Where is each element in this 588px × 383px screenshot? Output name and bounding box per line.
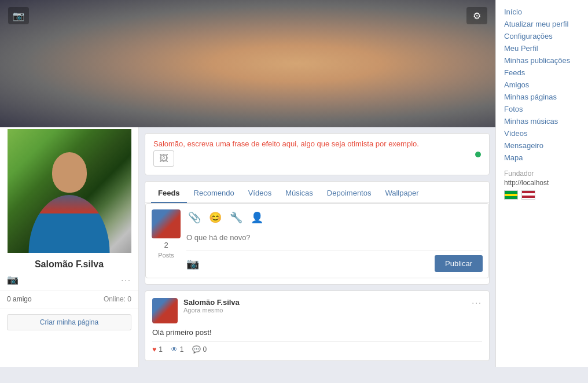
- nav-minhas-publicacoes[interactable]: Minhas publicações: [504, 54, 580, 67]
- heart-count: 1: [159, 345, 163, 353]
- right-sidebar: Início Atualizar meu perfil Configuraçõe…: [495, 0, 588, 367]
- comment-count: 0: [203, 345, 207, 353]
- nav-mapa[interactable]: Mapa: [504, 152, 580, 164]
- cover-photo-image: [0, 0, 495, 127]
- nav-videos[interactable]: Vídeos: [504, 127, 580, 139]
- attachment-icon[interactable]: 📎: [186, 209, 203, 226]
- profile-name: Salomão F.silva: [0, 255, 138, 272]
- post-avatar: [152, 298, 178, 323]
- reaction-heart[interactable]: ♥ 1: [152, 345, 163, 353]
- nav-fotos[interactable]: Fotos: [504, 103, 580, 115]
- nav-inicio[interactable]: Início: [504, 6, 580, 18]
- add-friend-icon[interactable]: 👤: [249, 209, 265, 226]
- cover-gear-button[interactable]: ⚙: [466, 7, 487, 24]
- online-status: Online: 0: [104, 295, 131, 303]
- status-text-container: Salomão, escreva uma frase de efeito aqu…: [153, 139, 469, 169]
- flag-brazil[interactable]: [504, 190, 518, 200]
- composer-row: 2 Posts 📎 😊 🔧 👤: [152, 209, 483, 272]
- tab-depoimentos[interactable]: Depoimentos: [320, 184, 378, 203]
- post-card: Salomão F.silva Agora mesmo ··· Olá prim…: [145, 290, 490, 361]
- status-image-placeholder[interactable]: 🖼: [153, 150, 174, 167]
- status-box: Salomão, escreva uma frase de efeito aqu…: [145, 133, 490, 175]
- post-author-row: Salomão F.silva Agora mesmo: [152, 298, 240, 323]
- status-text[interactable]: Salomão, escreva uma frase de efeito aqu…: [153, 139, 469, 148]
- nav-atualizar-perfil[interactable]: Atualizar meu perfil: [504, 18, 580, 30]
- post-body: Olá primeiro post!: [152, 328, 482, 337]
- online-indicator-dot: [475, 152, 481, 157]
- nav-minhas-musicas[interactable]: Minhas músicas: [504, 115, 580, 127]
- post-author-name: Salomão F.silva: [183, 298, 240, 307]
- post-reactions: ♥ 1 👁 1 💬 0: [152, 341, 482, 353]
- post-author-info: Salomão F.silva Agora mesmo: [183, 298, 240, 314]
- tab-navigation: Feeds Recomendo Vídeos Músicas Depoiment…: [145, 181, 490, 285]
- tab-feeds[interactable]: Feeds: [151, 184, 187, 203]
- nav-feeds[interactable]: Feeds: [504, 67, 580, 79]
- emoji-icon[interactable]: 😊: [207, 209, 223, 226]
- founder-url: http://localhost: [504, 179, 580, 187]
- post-header: Salomão F.silva Agora mesmo ···: [152, 298, 482, 323]
- heart-icon: ♥: [152, 345, 156, 353]
- tab-wallpaper[interactable]: Wallpaper: [378, 184, 425, 203]
- profile-head-shape: [52, 152, 87, 193]
- nav-amigos[interactable]: Amigos: [504, 79, 580, 91]
- post-time: Agora mesmo: [183, 307, 240, 314]
- composer-avatar: [152, 209, 181, 238]
- eye-icon: 👁: [171, 345, 178, 353]
- left-sidebar: Salomão F.silva 📷 ··· 0 amigo Online: 0 …: [0, 127, 139, 367]
- profile-actions: 📷 ···: [0, 272, 138, 290]
- post-composer: 2 Posts 📎 😊 🔧 👤: [145, 203, 489, 278]
- eye-count: 1: [180, 345, 184, 353]
- posts-count: 2: [164, 241, 168, 249]
- tools-icon[interactable]: 🔧: [228, 209, 244, 226]
- reaction-views[interactable]: 👁 1: [171, 345, 184, 353]
- flag-usa[interactable]: [521, 190, 535, 200]
- composer-bottom: 📷 Publicar: [186, 250, 483, 272]
- nav-minhas-paginas[interactable]: Minhas páginas: [504, 91, 580, 103]
- composer-right: 📎 😊 🔧 👤 📷 Publicar: [186, 209, 483, 272]
- composer-input[interactable]: [186, 229, 483, 245]
- nav-mensageiro[interactable]: Mensageiro: [504, 139, 580, 152]
- tab-videos[interactable]: Vídeos: [241, 184, 278, 203]
- create-page-button[interactable]: Criar minha página: [7, 314, 131, 330]
- posts-label: Posts: [158, 252, 174, 259]
- cover-camera-button[interactable]: 📷: [8, 7, 29, 24]
- status-text-part1: Salomão, escreva: [153, 139, 216, 148]
- comment-icon: 💬: [192, 345, 201, 353]
- composer-camera-icon[interactable]: 📷: [186, 257, 199, 270]
- tab-recomendo[interactable]: Recomendo: [187, 184, 241, 203]
- post-options-button[interactable]: ···: [472, 298, 482, 307]
- reaction-comments[interactable]: 💬 0: [192, 345, 207, 353]
- profile-pic-image: [8, 129, 131, 253]
- tab-musicas[interactable]: Músicas: [278, 184, 320, 203]
- nav-meu-perfil[interactable]: Meu Perfil: [504, 42, 580, 54]
- cover-photo: 📷 ⚙: [0, 0, 495, 127]
- profile-camera-icon[interactable]: 📷: [7, 274, 19, 285]
- profile-picture: [6, 127, 133, 255]
- nav-configuracoes[interactable]: Configurações: [504, 30, 580, 42]
- friends-row: 0 amigo Online: 0: [0, 290, 138, 308]
- founder-label: Fundador: [504, 170, 580, 178]
- publish-button[interactable]: Publicar: [435, 255, 483, 272]
- center-content: Salomão, escreva uma frase de efeito aqu…: [139, 127, 495, 367]
- composer-icons: 📎 😊 🔧 👤: [186, 209, 483, 226]
- status-text-part2: frase de efeito aqui, algo que seja otim…: [230, 139, 419, 148]
- profile-more-options[interactable]: ···: [121, 275, 131, 285]
- language-flags: [504, 190, 580, 200]
- status-text-highlight: uma: [216, 139, 230, 148]
- tab-nav-header: Feeds Recomendo Vídeos Músicas Depoiment…: [145, 182, 489, 203]
- friends-count: 0 amigo: [7, 295, 32, 303]
